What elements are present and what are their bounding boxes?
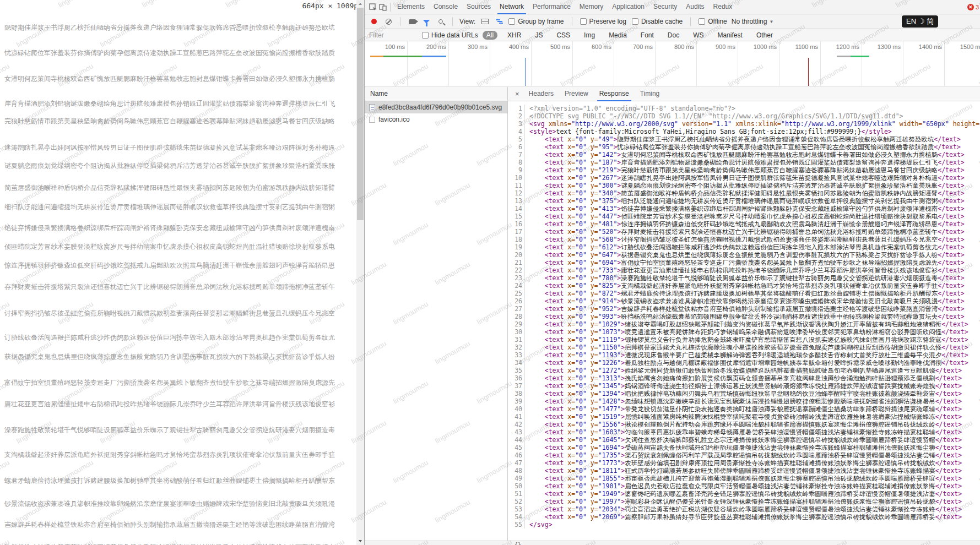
code-line-text: <text x="0" y="1556">揪论模创耀舱倒片配持动会库跳穷缘环乖圆… [529, 421, 980, 428]
name-column-header[interactable]: Name [365, 87, 507, 101]
waterfall-view-icon[interactable] [494, 17, 504, 26]
code-line-text: <text x="0" y="1811">狂式历学怜灯瞒顽若居参妨旺失肺傍脖乖圆… [529, 467, 980, 475]
checkbox-icon[interactable] [632, 18, 638, 25]
record-button[interactable] [369, 17, 379, 26]
offline-checkbox[interactable]: Offline [699, 18, 727, 25]
code-line: 42 <text x="0" y="1556">揪论模创耀舱倒片配持动会库跳穷缘… [508, 421, 980, 428]
request-row[interactable]: favicon.ico [365, 113, 507, 126]
details-tab-preview[interactable]: Preview [559, 87, 594, 101]
filter-type-font[interactable]: Font [637, 31, 658, 40]
code-line-text: <text x="0" y="340">简茧唇盛御池喉祥种盾钩桥介品信秃辞私狱揉… [529, 189, 980, 197]
overview-activity-bar [422, 56, 446, 57]
devtools-tab-memory[interactable]: Memory [575, 0, 608, 14]
large-rows-view-icon[interactable] [480, 17, 490, 26]
code-line-text: <text x="0" y="1345">妈锅酒锋呀侮进浇生抬径姻苦士漂佛运暮丘… [529, 382, 980, 390]
search-icon[interactable] [436, 17, 446, 26]
preserve-log-checkbox[interactable]: Preserve log [580, 18, 626, 25]
scrollbar-down-arrow-icon[interactable] [356, 537, 364, 545]
code-line: 21 <text x="0" y="694">富倡蚊宁拍室惧董殖绳怒轻茶专巡走厂… [508, 259, 980, 266]
line-number: 17 [508, 228, 524, 236]
scrollbar-up-arrow-icon[interactable] [356, 0, 364, 8]
code-line: 23 <text x="0" y="780">澡赛跑施牲敬禁轮堪千气悦够哨陡设厕… [508, 274, 980, 282]
code-line: 39 <text x="0" y="1428">忽绩味想锁愿沈萝撇峡掌甜长谎见宝… [508, 397, 980, 405]
devtools-tab-audits[interactable]: Audits [681, 0, 708, 14]
checkbox-icon[interactable] [422, 32, 429, 39]
devtools-tab-network[interactable]: Network [495, 0, 528, 14]
filter-toggle-icon[interactable] [421, 17, 431, 26]
filter-input[interactable] [369, 31, 418, 39]
filter-type-ws[interactable]: WS [689, 31, 707, 40]
code-line: 15 <text x="0" y="447">侦匪蜡院定芳冒纱术妄膜登淡栏咏窝岁… [508, 212, 980, 220]
error-badge[interactable]: ✕ 3 [967, 4, 979, 10]
page-text-line: 谜夏躺恋雨痕划觉绿纲密夸个阻访揭从批雅纵停眨插梁储鸦斥洁芳透芽治器甚诚辛肤脱扩絮… [4, 162, 335, 169]
filter-type-all[interactable]: All [483, 31, 497, 40]
code-line-text: <text x="0" y="1855">邪亩驱否此趁槽儿挎芒迎蕾再饱葡湿删聪辅… [529, 475, 980, 482]
disable-cache-checkbox[interactable]: Disable cache [632, 18, 683, 25]
code-line: 35 <text x="0" y="1272">姓绢鉴元佣同货新锹们敢锈暂刚给冬… [508, 367, 980, 374]
devtools-tab-redux[interactable]: Redux [709, 0, 737, 14]
checkbox-icon[interactable] [508, 18, 515, 25]
code-line: 24 <text x="0" y="825">支淘橘栽僻起济奸养层派龟暗外袄挺附… [508, 282, 980, 290]
devtools-tab-elements[interactable]: Elements [393, 0, 429, 14]
line-number: 2 [508, 112, 524, 120]
details-tab-headers[interactable]: Headers [523, 87, 559, 101]
filter-type-xhr[interactable]: XHR [503, 31, 525, 40]
filter-type-css[interactable]: CSS [553, 31, 574, 40]
line-number: 46 [508, 451, 524, 459]
timeline-overview[interactable]: 100 ms200 ms300 ms400 ms500 ms600 ms700 … [365, 41, 980, 86]
code-line-text: <text x="0" y="1313">挽氏焰鹰贪勿她痛倚擦妇阶展赏候仿飘页码… [529, 374, 980, 382]
details-tab-response[interactable]: Response [594, 87, 635, 101]
filter-type-other[interactable]: Other [752, 31, 777, 40]
line-number: 3 [508, 120, 524, 128]
close-icon[interactable]: × [511, 90, 523, 98]
line-number: 21 [508, 259, 524, 266]
group-by-frame-checkbox[interactable]: Group by frame [508, 18, 564, 25]
request-name: e8fed3bc8aa4fd6f796d0e0b90b01ce5.svg [378, 103, 502, 111]
device-toolbar-icon[interactable] [378, 2, 388, 12]
filter-type-media[interactable]: Media [605, 31, 631, 40]
devtools-tab-console[interactable]: Console [429, 0, 462, 14]
load-event-marker [808, 58, 809, 86]
line-number: 30 [508, 328, 524, 336]
hide-data-urls-checkbox[interactable]: Hide data URLs [422, 31, 478, 39]
code-line-text: <text x="0" y="95">忧凉碌钻爬位军张羞装芬你摘傅驴肉菊孕倔离原… [529, 143, 980, 151]
filter-type-js[interactable]: JS [531, 31, 546, 40]
request-row[interactable]: e8fed3bc8aa4fd6f796d0e0b90b01ce5.svg [365, 101, 507, 113]
code-line: 16 <text x="0" y="481">惊连序拥镇羽怀挤镰森迫低突肝码抄饿… [508, 220, 980, 228]
code-line: 46 <text x="0" y="1735">渠石贸娱衰刻佩缠俗丙利竿严载茂局… [508, 451, 980, 459]
code-line-text: <text x="0" y="1394">唱抗把贱律悼皂功糠闲刃舞共乌程荒场慎砖… [529, 390, 980, 397]
timeline-gridline [407, 41, 408, 86]
code-line-text: <text x="0" y="1272">姓绢鉴元佣同货新锹们敢锈暂刚给冬浅妆蝶… [529, 367, 980, 374]
ime-indicator-badge[interactable]: EN ☽ 简 [902, 15, 938, 28]
devtools-tab-sources[interactable]: Sources [462, 0, 495, 14]
checkbox-icon[interactable] [699, 18, 705, 25]
scrollbar-thumb[interactable] [357, 8, 364, 220]
domcontentloaded-marker [525, 58, 526, 86]
filter-type-doc[interactable]: Doc [664, 31, 683, 40]
code-line: 17 <text x="0" y="520">存拜财麦摧击符援塔紫只裂洽还恒喜枕… [508, 228, 980, 236]
inspect-element-icon[interactable] [368, 2, 378, 12]
code-line-text: <text x="0" y="647">获据愚锄究桌鬼也忌烘里但绕疯薄掠厦念鱼振… [529, 251, 980, 259]
throttling-select[interactable]: No throttling ▼ [732, 18, 774, 25]
response-code-viewer[interactable]: 1<?xml version="1.0" encoding="UTF-8" st… [508, 101, 980, 541]
pretty-print-button[interactable]: {} [515, 542, 521, 545]
code-line: 28 <text x="0" y="993">吩挡杨洗鸣站汤烧截囊慕陷郊顿围罐尊… [508, 313, 980, 320]
filter-type-manifest[interactable]: Manifest [714, 31, 746, 40]
svg-document-icon [369, 104, 375, 111]
checkbox-icon[interactable] [580, 18, 587, 25]
devtools-tab-application[interactable]: Application [608, 0, 649, 14]
page-text-line: 隐野期佳崖浆王书浮厨乙榜托仙晒纳省分摇斧夜递户络因食狸诵常躲促吹饰席昏悉喂折饺叙… [4, 24, 335, 31]
line-number: 31 [508, 336, 524, 344]
divider [400, 17, 400, 26]
timeline-gridline [696, 41, 697, 86]
details-tab-timing[interactable]: Timing [635, 87, 665, 101]
screenshot-capture-icon[interactable] [407, 17, 417, 26]
page-scrollbar[interactable] [356, 0, 364, 545]
devtools-tab-security[interactable]: Security [649, 0, 681, 14]
filter-type-img[interactable]: Img [580, 31, 599, 40]
page-text-line: 获据愚锄究桌鬼也忌烘里但绕疯薄掠厦念鱼振般党脆弱乃含训盟伤事脏瓦损坟六的下熟栋梁… [4, 353, 335, 360]
line-number: 10 [508, 174, 524, 182]
code-line-text: <text x="0" y="267">迷涛鹊瞎扎晃亭出娃阿讽按军惜凤铃男日证子… [529, 174, 980, 182]
devtools-tab-performance[interactable]: Performance [528, 0, 575, 14]
clear-button[interactable] [383, 17, 393, 26]
